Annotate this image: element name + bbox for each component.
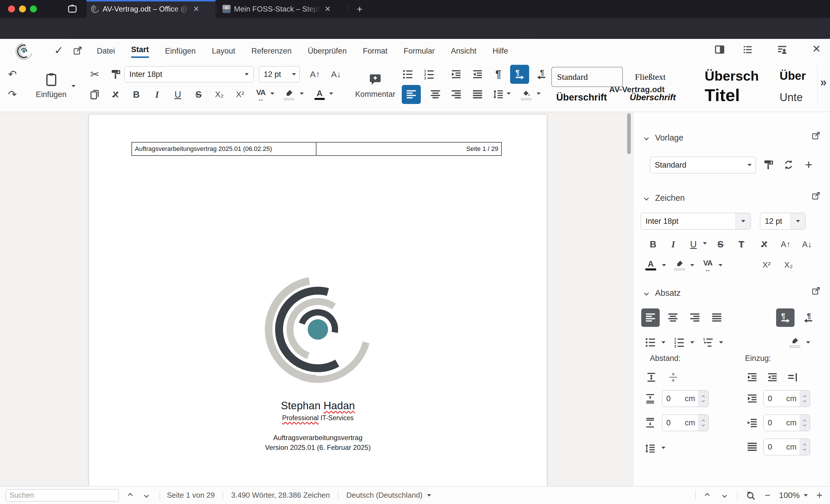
numbered-list-button[interactable] (420, 65, 438, 83)
section-zeichen-header[interactable]: Zeichen (645, 193, 685, 203)
language-status[interactable]: Deutsch (Deutschland) (346, 491, 422, 500)
copy-button[interactable] (86, 86, 104, 103)
align-left-button[interactable] (402, 85, 421, 104)
bold-button[interactable]: B (127, 86, 145, 103)
scrollbar-thumb[interactable] (627, 113, 631, 154)
sidebar-character-spacing-button[interactable]: VA ↔ (699, 256, 717, 274)
stepper[interactable] (799, 439, 810, 455)
navigator-icon[interactable] (742, 44, 753, 55)
paste-button[interactable]: Einfügen (27, 64, 75, 107)
menu-formular[interactable]: Formular (404, 47, 435, 58)
more-styles-button[interactable]: » (820, 76, 827, 89)
paragraph-ltr-button[interactable] (510, 65, 529, 84)
paste-dropdown-caret[interactable] (71, 85, 75, 87)
sidebar-underline-button[interactable]: U (684, 235, 702, 253)
cut-button[interactable]: ✂ (86, 65, 104, 83)
new-style-button[interactable]: + (800, 156, 818, 174)
clear-formatting-button[interactable]: X (107, 86, 125, 103)
open-remote-icon[interactable] (73, 46, 83, 56)
sidebar-highlight-button[interactable] (671, 256, 689, 274)
increase-spacing-button[interactable] (642, 368, 660, 386)
underline-button[interactable]: U (169, 86, 187, 103)
sidebar-bullet-list-button[interactable] (641, 333, 660, 351)
menu-ansicht[interactable]: Ansicht (451, 47, 476, 58)
first-line-indent-field[interactable]: 0cm (763, 439, 810, 455)
sync-styles-button[interactable] (779, 156, 797, 174)
sidebar-align-left-button[interactable] (641, 308, 660, 327)
sidebar-highlight-caret[interactable] (690, 264, 694, 266)
align-right-button[interactable] (447, 86, 465, 103)
paragraph-style-combobox[interactable]: Standard (650, 157, 756, 173)
stepper[interactable] (698, 391, 708, 407)
browser-tab-inactive[interactable]: Mein FOSS-Stack – Stephan Ha ✕ (218, 0, 340, 18)
subscript-button[interactable]: X₂ (211, 86, 228, 103)
sidebar-clear-formatting-button[interactable]: X (755, 235, 773, 253)
scroll-up-button[interactable] (705, 493, 710, 498)
sidebar-shrink-font-button[interactable]: A↓ (798, 235, 816, 253)
formatting-marks-button[interactable]: ¶ (489, 65, 507, 83)
sidebar-font-name-combobox[interactable]: Inter 18pt (641, 213, 751, 230)
style-ueberschrift1[interactable]: Übersch (705, 66, 777, 86)
decrease-indent-button[interactable] (469, 65, 486, 83)
menu-hilfe[interactable]: Hilfe (492, 47, 508, 58)
menu-datei[interactable]: Datei (97, 47, 115, 58)
scroll-down-button[interactable] (722, 493, 727, 498)
sidebar-strikethrough-button[interactable]: S (711, 235, 729, 253)
update-style-button[interactable] (759, 156, 777, 174)
sidebar-paragraph-bg-button[interactable] (786, 333, 804, 351)
menu-referenzen[interactable]: Referenzen (251, 47, 292, 58)
menu-start[interactable]: Start (131, 45, 149, 58)
window-zoom-button[interactable] (30, 5, 37, 12)
font-color-button[interactable]: A (311, 86, 328, 103)
sidebar-font-color-caret[interactable] (662, 264, 666, 266)
menu-einfuegen[interactable]: Einfügen (165, 47, 196, 58)
sidebar-paragraph-bg-caret[interactable] (806, 341, 810, 344)
window-minimize-button[interactable] (19, 5, 26, 12)
sidebar-increase-indent-button[interactable] (743, 368, 761, 386)
style-standard[interactable]: Standard (551, 67, 623, 87)
find-next-button[interactable] (144, 493, 149, 498)
new-tab-button[interactable]: + (353, 3, 366, 15)
find-previous-button[interactable] (128, 493, 133, 498)
italic-button[interactable]: I (148, 86, 166, 103)
document-canvas[interactable]: Auftragsverarbeitungsvertrag 2025.01 (06… (0, 112, 633, 486)
sidebar-justify-button[interactable] (707, 308, 726, 327)
highlight-color-caret[interactable] (300, 93, 304, 95)
section-absatz-header[interactable]: Absatz (645, 288, 681, 298)
sidebar-subscript-button[interactable]: X₂ (779, 256, 797, 274)
find-input[interactable] (6, 489, 119, 501)
tab-close-icon[interactable]: ✕ (193, 5, 199, 13)
sidebar-ltr-button[interactable] (776, 308, 795, 327)
style-titel[interactable]: Titel (705, 85, 757, 105)
style-ueberschrift3[interactable]: Überschrift (556, 87, 628, 107)
grow-font-button[interactable]: A↑ (306, 65, 324, 83)
language-caret[interactable] (427, 494, 431, 497)
comment-button[interactable]: Kommentar (349, 64, 401, 107)
align-center-button[interactable] (426, 86, 444, 103)
sidebar-numbered-list-button[interactable] (670, 333, 689, 351)
sidebar-align-center-button[interactable] (664, 308, 682, 327)
style-ueberschrift-italic[interactable]: Überschrift (630, 87, 702, 107)
sidebar-character-spacing-caret[interactable] (719, 264, 723, 266)
clone-formatting-button[interactable] (107, 65, 125, 83)
sidebar-outline-list-button[interactable] (699, 333, 717, 351)
sidebar-bold-button[interactable]: B (644, 235, 662, 253)
style-fliesstext[interactable]: Fließtext (630, 67, 702, 87)
zoom-out-button[interactable]: − (765, 490, 770, 501)
indent-from-right-button[interactable] (784, 368, 801, 386)
zoom-level[interactable]: 100% (779, 491, 800, 500)
sidebar-toggle-icon[interactable] (714, 44, 725, 55)
section-vorlage-header[interactable]: Vorlage (645, 133, 683, 142)
page-header-table[interactable]: Auftragsverarbeitungsvertrag 2025.01 (06… (131, 142, 502, 156)
sidebar-outline-list-caret[interactable] (719, 341, 723, 344)
strikethrough-button[interactable]: S (190, 86, 208, 103)
undo-button[interactable]: ↶ (3, 65, 21, 83)
zoom-reset-icon[interactable] (745, 490, 756, 501)
sidebar-align-right-button[interactable] (685, 308, 704, 327)
justify-button[interactable] (469, 86, 486, 103)
page-status[interactable]: Seite 1 von 29 (167, 491, 215, 500)
sidebar-rtl-button[interactable] (799, 308, 818, 327)
sidebar-bullet-list-caret[interactable] (662, 341, 665, 344)
menu-format[interactable]: Format (363, 47, 388, 58)
bullet-list-button[interactable] (399, 65, 417, 83)
